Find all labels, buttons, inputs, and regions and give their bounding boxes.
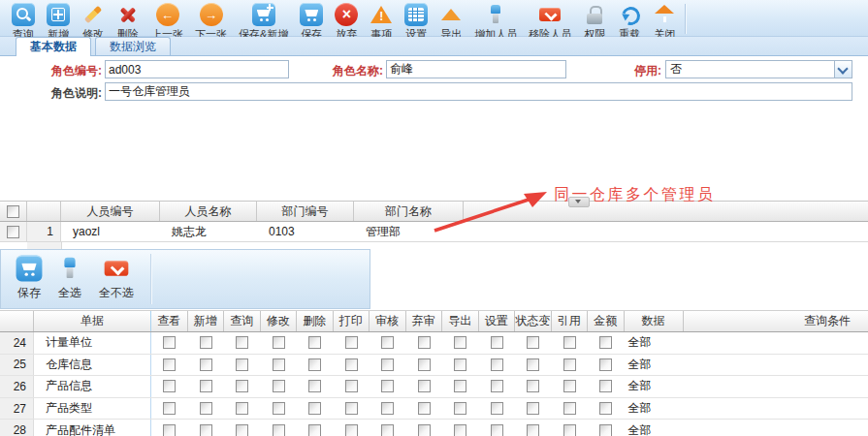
col-settings[interactable]: 设置	[479, 311, 516, 331]
perm-checkbox[interactable]	[527, 424, 539, 436]
save-permissions-button[interactable]: 保存	[9, 257, 49, 301]
perm-checkbox[interactable]	[527, 336, 539, 349]
perm-checkbox[interactable]	[454, 358, 466, 371]
perm-checkbox[interactable]	[236, 380, 248, 392]
chevron-down-icon[interactable]	[834, 61, 852, 78]
perm-checkbox[interactable]	[491, 380, 503, 392]
role-code-input[interactable]	[105, 60, 289, 78]
perm-checkbox[interactable]	[527, 402, 539, 415]
col-modify[interactable]: 修改	[261, 311, 298, 331]
row-checkbox[interactable]	[7, 226, 19, 238]
perm-checkbox[interactable]	[273, 336, 285, 349]
perm-checkbox[interactable]	[308, 358, 321, 371]
col-dept-code[interactable]: 部门编号	[257, 202, 354, 221]
perm-checkbox[interactable]	[345, 424, 358, 436]
perm-checkbox[interactable]	[308, 402, 321, 415]
perm-checkbox[interactable]	[418, 336, 431, 349]
perm-checkbox[interactable]	[418, 424, 431, 436]
perm-checkbox[interactable]	[163, 402, 176, 415]
perm-checkbox[interactable]	[599, 402, 612, 415]
select-all-button[interactable]: 全选	[49, 257, 90, 301]
col-document[interactable]: 单据	[34, 311, 151, 331]
perm-checkbox[interactable]	[563, 380, 576, 392]
perm-checkbox[interactable]	[236, 336, 248, 349]
perm-checkbox[interactable]	[200, 336, 212, 349]
data-scope: 全部	[625, 398, 684, 420]
perm-checkbox[interactable]	[308, 336, 321, 349]
perm-checkbox[interactable]	[345, 380, 358, 392]
perm-checkbox[interactable]	[563, 402, 576, 415]
col-condition[interactable]: 查询条件	[684, 311, 868, 331]
select-all-checkbox[interactable]	[7, 205, 19, 218]
perm-checkbox[interactable]	[381, 402, 394, 415]
col-view[interactable]: 查看	[151, 311, 188, 331]
doc-name: 产品类型	[34, 398, 151, 420]
col-amount[interactable]: 金额	[588, 311, 625, 331]
perm-checkbox[interactable]	[236, 424, 248, 436]
perm-checkbox[interactable]	[381, 358, 394, 371]
perm-checkbox[interactable]	[345, 402, 358, 415]
perm-checkbox[interactable]	[418, 380, 431, 392]
perm-checkbox[interactable]	[563, 358, 576, 371]
perm-checkbox[interactable]	[200, 402, 212, 415]
perm-checkbox[interactable]	[163, 358, 176, 371]
perm-checkbox[interactable]	[200, 380, 212, 392]
perm-checkbox[interactable]	[418, 402, 431, 415]
col-export[interactable]: 导出	[442, 311, 479, 331]
condition-cell	[684, 332, 868, 354]
perm-checkbox[interactable]	[563, 336, 576, 349]
disabled-select[interactable]: 否	[665, 60, 852, 78]
perm-checkbox[interactable]	[599, 336, 612, 349]
perm-checkbox[interactable]	[381, 336, 394, 349]
perm-checkbox[interactable]	[491, 358, 503, 371]
select-none-button[interactable]: 全不选	[90, 257, 143, 301]
col-delete[interactable]: 删除	[297, 311, 334, 331]
perm-checkbox[interactable]	[418, 358, 431, 371]
perm-checkbox[interactable]	[200, 358, 212, 371]
perm-checkbox[interactable]	[527, 380, 539, 392]
perm-checkbox[interactable]	[454, 336, 466, 349]
perm-checkbox[interactable]	[599, 380, 612, 392]
perm-checkbox[interactable]	[273, 402, 285, 415]
col-reference[interactable]: 引用	[552, 311, 589, 331]
perm-checkbox[interactable]	[163, 380, 176, 392]
perm-checkbox[interactable]	[491, 336, 503, 349]
col-person-name[interactable]: 人员名称	[160, 202, 257, 221]
perm-checkbox[interactable]	[308, 380, 321, 392]
perm-checkbox[interactable]	[236, 402, 248, 415]
perm-checkbox[interactable]	[345, 336, 358, 349]
col-person-code[interactable]: 人员编号	[61, 202, 160, 221]
role-desc-input[interactable]	[105, 82, 852, 101]
tab-data-browse[interactable]: 数据浏览	[95, 37, 171, 55]
perm-checkbox[interactable]	[273, 424, 285, 436]
perm-checkbox[interactable]	[491, 424, 503, 436]
perm-checkbox[interactable]	[527, 358, 539, 371]
perm-checkbox[interactable]	[345, 358, 358, 371]
perm-checkbox[interactable]	[491, 402, 503, 415]
perm-checkbox[interactable]	[236, 358, 248, 371]
perm-checkbox[interactable]	[273, 358, 285, 371]
perm-checkbox[interactable]	[273, 380, 285, 392]
perm-checkbox[interactable]	[599, 424, 612, 436]
col-audit[interactable]: 审核	[370, 311, 406, 331]
col-unaudit[interactable]: 弃审	[406, 311, 443, 331]
plus-badge-icon	[267, 4, 273, 11]
perm-checkbox[interactable]	[381, 424, 394, 436]
col-add[interactable]: 新增	[188, 311, 225, 331]
perm-checkbox[interactable]	[381, 380, 394, 392]
col-status[interactable]: 状态变	[515, 311, 552, 331]
perm-checkbox[interactable]	[599, 358, 612, 371]
perm-checkbox[interactable]	[454, 402, 466, 415]
perm-checkbox[interactable]	[163, 424, 176, 436]
perm-checkbox[interactable]	[308, 424, 321, 436]
perm-checkbox[interactable]	[563, 424, 576, 436]
col-query[interactable]: 查询	[224, 311, 261, 331]
tab-basic-data[interactable]: 基本数据	[16, 37, 91, 56]
perm-checkbox[interactable]	[200, 424, 212, 436]
col-data[interactable]: 数据	[625, 311, 684, 331]
perm-checkbox[interactable]	[454, 424, 466, 436]
perm-checkbox[interactable]	[163, 336, 176, 349]
col-print[interactable]: 打印	[334, 311, 370, 331]
role-name-input[interactable]	[386, 60, 566, 78]
perm-checkbox[interactable]	[454, 380, 466, 392]
